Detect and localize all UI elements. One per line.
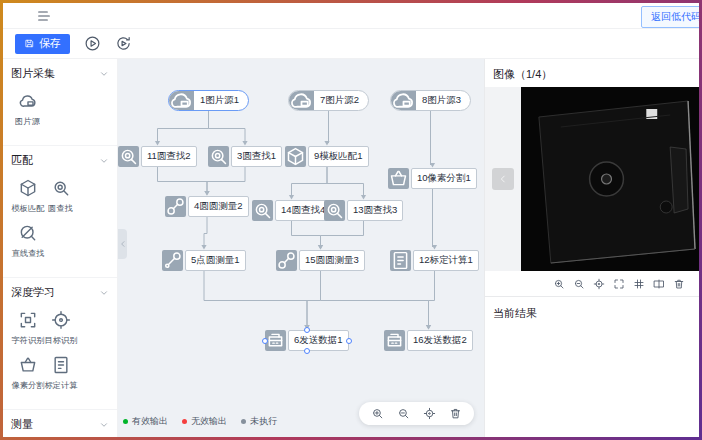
menu-icon[interactable] bbox=[36, 8, 52, 24]
flow-node-7图片源2[interactable]: 7图片源2 bbox=[288, 90, 369, 111]
flow-node-10像素分割1[interactable]: 10像素分割1 bbox=[388, 168, 477, 189]
target-icon bbox=[51, 310, 71, 330]
compare-icon[interactable] bbox=[653, 278, 665, 290]
chevron-down-icon[interactable] bbox=[99, 156, 109, 166]
zoom-out-icon[interactable] bbox=[573, 278, 585, 290]
node-body: 7图片源2 bbox=[288, 90, 369, 111]
flow-node-11圆查找2[interactable]: 11圆查找2 bbox=[118, 146, 197, 167]
node-label: 10像素分割1 bbox=[411, 168, 477, 189]
sidebar-section-title: 匹配 bbox=[11, 153, 33, 168]
node-label: 12标定计算1 bbox=[413, 250, 479, 271]
locate-icon[interactable] bbox=[423, 407, 436, 420]
camera-image[interactable] bbox=[521, 87, 699, 271]
tool-sidebar: 图片采集图片源匹配模板匹配圆查找直线查找深度学习字符识别目标识别像素分割标定计算… bbox=[3, 59, 118, 437]
node-handle[interactable] bbox=[304, 348, 310, 354]
sidebar-section-header[interactable]: 匹配 bbox=[11, 153, 109, 168]
image-viewer[interactable] bbox=[485, 87, 699, 271]
legend-label: 无效输出 bbox=[191, 415, 227, 428]
zoom-in-icon[interactable] bbox=[371, 407, 384, 420]
trash-icon[interactable] bbox=[673, 278, 685, 290]
sidebar-item-label: 图片源 bbox=[15, 116, 40, 128]
node-handle[interactable] bbox=[304, 327, 310, 333]
chevron-down-icon[interactable] bbox=[99, 288, 109, 298]
sidebar-item-字符识别[interactable]: 字符识别 bbox=[11, 310, 44, 347]
sidebar-item-图片源[interactable]: 图片源 bbox=[11, 91, 44, 128]
zoom-in-icon[interactable] bbox=[553, 278, 565, 290]
sidebar-item-像素分割[interactable]: 像素分割 bbox=[11, 355, 44, 392]
run-once-button[interactable] bbox=[84, 35, 101, 52]
sidebar-section-header[interactable]: 测量 bbox=[11, 417, 109, 432]
node-label: 3圆查找1 bbox=[231, 146, 282, 167]
sidebar-section-header[interactable]: 深度学习 bbox=[11, 285, 109, 300]
save-button[interactable]: 保存 bbox=[15, 34, 70, 54]
legend-item: 有效输出 bbox=[123, 415, 168, 428]
canvas-zoom-toolbar bbox=[359, 402, 474, 425]
image-toolbar bbox=[485, 271, 699, 297]
flow-node-8图片源3[interactable]: 8图片源3 bbox=[390, 90, 471, 111]
sidebar-section-title: 深度学习 bbox=[11, 285, 55, 300]
flow-node-6发送数据1[interactable]: 6发送数据1 bbox=[265, 330, 349, 351]
zoom-out-icon[interactable] bbox=[397, 407, 410, 420]
flow-node-4圆圆测量2[interactable]: 4圆圆测量2 bbox=[165, 196, 249, 217]
chevron-down-icon[interactable] bbox=[99, 420, 109, 430]
camera-image-content bbox=[521, 87, 699, 271]
send-data-icon bbox=[384, 330, 405, 351]
node-handle[interactable] bbox=[346, 338, 352, 344]
flow-node-15圆圆测量3[interactable]: 15圆圆测量3 bbox=[276, 250, 365, 271]
flow-node-12标定计算1[interactable]: 12标定计算1 bbox=[390, 250, 479, 271]
prev-image-button[interactable] bbox=[492, 168, 514, 190]
sidebar-section-header[interactable]: 图片采集 bbox=[11, 66, 109, 81]
flow-node-9模板匹配1[interactable]: 9模板匹配1 bbox=[285, 146, 369, 167]
header-bar: 返回低代码 bbox=[3, 3, 699, 29]
cloud-image-icon bbox=[391, 90, 416, 111]
flow-node-16发送数据2[interactable]: 16发送数据2 bbox=[384, 330, 473, 351]
sidebar-collapse-handle[interactable] bbox=[118, 229, 127, 259]
basket-icon bbox=[388, 168, 409, 189]
node-body: 8图片源3 bbox=[390, 90, 471, 111]
sidebar-item-圆查找[interactable]: 圆查找 bbox=[44, 178, 77, 215]
node-label: 6发送数据1 bbox=[288, 330, 349, 351]
legend-label: 未执行 bbox=[250, 415, 277, 428]
cube-icon bbox=[18, 178, 38, 198]
basket-icon bbox=[18, 355, 38, 375]
back-to-lowcode-button[interactable]: 返回低代码 bbox=[641, 6, 699, 28]
image-panel: 图像（1/4） bbox=[484, 59, 699, 437]
circle-find-icon bbox=[208, 146, 229, 167]
flow-canvas[interactable]: 有效输出无效输出未执行 1图片源17图片源28图片源311圆查找23圆查找19模… bbox=[118, 59, 484, 437]
send-data-icon bbox=[265, 330, 286, 351]
trash-icon[interactable] bbox=[449, 407, 462, 420]
play-icon bbox=[84, 35, 101, 52]
sidebar-section-3: 测量圆圆测量点圆测量点点测量 bbox=[3, 410, 117, 437]
node-handle[interactable] bbox=[262, 338, 268, 344]
legend-dot bbox=[123, 419, 128, 424]
run-loop-button[interactable] bbox=[115, 35, 132, 52]
sidebar-section-items: 图片源 bbox=[11, 91, 109, 136]
flow-node-13圆查找3[interactable]: 13圆查找3 bbox=[324, 200, 403, 221]
circle-find-icon bbox=[51, 178, 71, 198]
flow-node-1图片源1[interactable]: 1图片源1 bbox=[168, 90, 249, 111]
sidebar-section-items: 字符识别目标识别像素分割标定计算 bbox=[11, 310, 109, 400]
doc-calc-icon bbox=[51, 355, 71, 375]
sidebar-section-title: 测量 bbox=[11, 417, 33, 432]
cloud-image-icon bbox=[289, 90, 314, 111]
save-button-label: 保存 bbox=[39, 36, 61, 51]
flow-node-14圆查找4[interactable]: 14圆查找4 bbox=[252, 200, 331, 221]
flow-node-5点圆测量1[interactable]: 5点圆测量1 bbox=[162, 250, 246, 271]
legend-dot bbox=[182, 419, 187, 424]
body: 图片采集图片源匹配模板匹配圆查找直线查找深度学习字符识别目标识别像素分割标定计算… bbox=[3, 59, 699, 437]
node-label: 7图片源2 bbox=[314, 94, 368, 107]
fullscreen-icon[interactable] bbox=[613, 278, 625, 290]
sidebar-item-模板匹配[interactable]: 模板匹配 bbox=[11, 178, 44, 215]
sidebar-item-目标识别[interactable]: 目标识别 bbox=[44, 310, 77, 347]
doc-calc-icon bbox=[390, 250, 411, 271]
locate-icon[interactable] bbox=[593, 278, 605, 290]
grid-icon[interactable] bbox=[633, 278, 645, 290]
flow-node-3圆查找1[interactable]: 3圆查找1 bbox=[208, 146, 282, 167]
circle-circle-measure-icon bbox=[165, 196, 186, 217]
node-label: 4圆圆测量2 bbox=[188, 196, 249, 217]
chevron-down-icon[interactable] bbox=[99, 69, 109, 79]
node-body: 1图片源1 bbox=[168, 90, 249, 111]
sidebar-item-标定计算[interactable]: 标定计算 bbox=[44, 355, 77, 392]
node-label: 8图片源3 bbox=[416, 94, 470, 107]
sidebar-item-直线查找[interactable]: 直线查找 bbox=[11, 223, 44, 260]
